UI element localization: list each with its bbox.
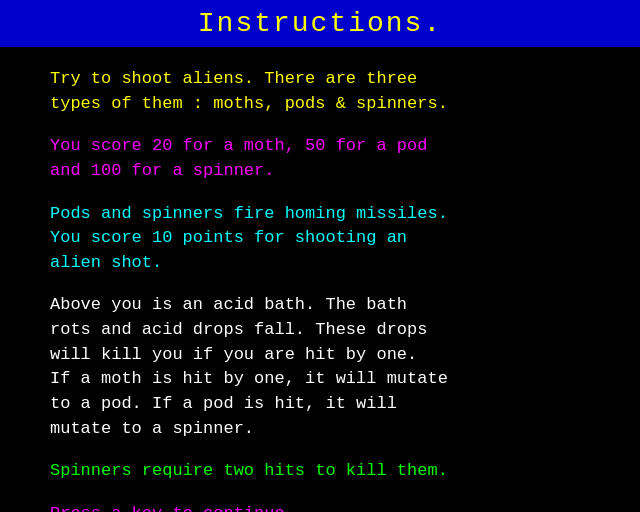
paragraph-1: Try to shoot aliens. There are three typ… bbox=[50, 67, 590, 116]
app-container: Instructions. Try to shoot aliens. There… bbox=[0, 0, 640, 512]
paragraph-6[interactable]: Press a key to continue. bbox=[50, 502, 590, 512]
paragraph-4: Above you is an acid bath. The bath rots… bbox=[50, 293, 590, 441]
paragraph-5: Spinners require two hits to kill them. bbox=[50, 459, 590, 484]
title-bar: Instructions. bbox=[0, 0, 640, 47]
paragraph-2: You score 20 for a moth, 50 for a pod an… bbox=[50, 134, 590, 183]
page-title: Instructions. bbox=[198, 8, 442, 39]
instructions-content: Try to shoot aliens. There are three typ… bbox=[0, 47, 640, 512]
paragraph-3: Pods and spinners fire homing missiles. … bbox=[50, 202, 590, 276]
